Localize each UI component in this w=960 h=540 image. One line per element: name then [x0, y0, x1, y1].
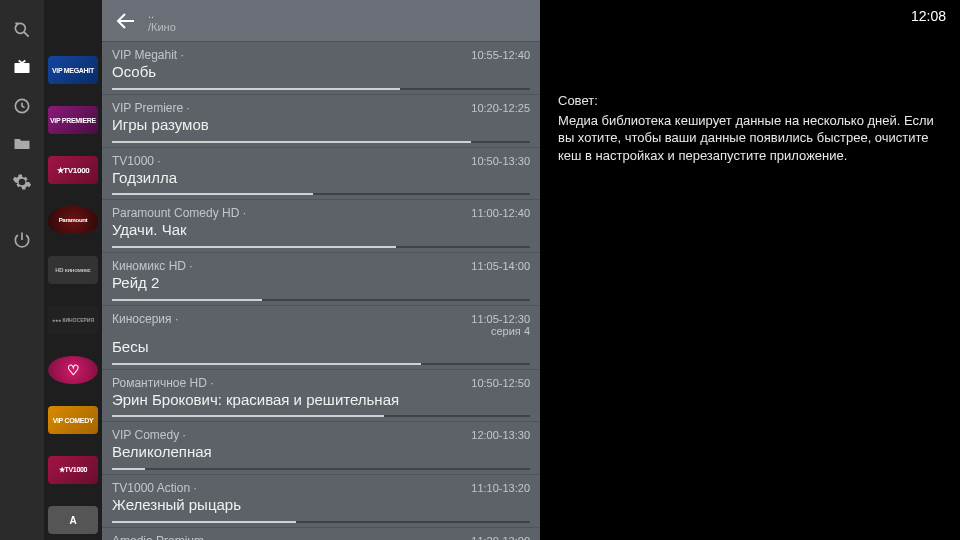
- breadcrumb: .. /Кино: [148, 8, 176, 32]
- svg-rect-4: [15, 63, 30, 73]
- settings-icon[interactable]: [10, 170, 34, 194]
- progress-track: [112, 246, 530, 248]
- progress-track: [112, 468, 530, 470]
- list-item[interactable]: Романтичное HD ·10:50-12:50Эрин Брокович…: [102, 370, 540, 423]
- program-time: 11:10-13:20: [471, 482, 530, 494]
- app-root: ViP MEGAHITViP PREMIERE★TV1000ParamountH…: [0, 0, 960, 540]
- channel-logo[interactable]: ★TV1000: [48, 456, 98, 484]
- list-item[interactable]: VIP Premiere ·10:20-12:25Игры разумов: [102, 95, 540, 148]
- history-icon[interactable]: [10, 94, 34, 118]
- list-item[interactable]: Amedia Premium ·11:20-13:00Колесо чудес: [102, 528, 540, 540]
- channel-name: VIP Megahit ·: [112, 48, 184, 62]
- tip-label: Совет:: [558, 92, 938, 110]
- progress-fill: [112, 363, 421, 365]
- folder-icon[interactable]: [10, 132, 34, 156]
- channel-rows: VIP Megahit ·10:55-12:40ОсобьVIP Premier…: [102, 42, 540, 540]
- detail-panel: 12:08 Совет: Медиа библиотека кеширует д…: [540, 0, 960, 540]
- sidebar: [0, 0, 44, 540]
- tip-box: Совет: Медиа библиотека кеширует данные …: [558, 92, 938, 164]
- search-icon[interactable]: [10, 18, 34, 42]
- list-item[interactable]: Киносерия ·11:05-12:30 серия 4Бесы: [102, 306, 540, 370]
- channel-name: VIP Premiere ·: [112, 101, 190, 115]
- channel-name: Киномикс HD ·: [112, 259, 193, 273]
- channel-name: Киносерия ·: [112, 312, 178, 326]
- channel-logo[interactable]: ViP MEGAHIT: [48, 56, 98, 84]
- list-item[interactable]: VIP Megahit ·10:55-12:40Особь: [102, 42, 540, 95]
- breadcrumb-path: /Кино: [148, 21, 176, 33]
- channel-logo[interactable]: ●●● КИНОСЕРИЯ: [48, 306, 98, 334]
- program-time: 10:55-12:40: [471, 49, 530, 61]
- program-time: 11:05-14:00: [471, 260, 530, 272]
- program-title: Игры разумов: [112, 116, 530, 135]
- back-arrow-icon[interactable]: [114, 9, 138, 33]
- tv-icon[interactable]: [10, 56, 34, 80]
- list-item[interactable]: Киномикс HD ·11:05-14:00Рейд 2: [102, 253, 540, 306]
- channel-logo[interactable]: HD киномикс: [48, 256, 98, 284]
- progress-fill: [112, 468, 145, 470]
- program-title: Железный рыцарь: [112, 496, 530, 515]
- progress-track: [112, 363, 530, 365]
- program-time: 11:00-12:40: [471, 207, 530, 219]
- list-item[interactable]: VIP Comedy ·12:00-13:30Великолепная: [102, 422, 540, 475]
- program-time: 10:50-12:50: [471, 377, 530, 389]
- svg-line-1: [24, 32, 29, 37]
- list-item[interactable]: Paramount Comedy HD ·11:00-12:40Удачи. Ч…: [102, 200, 540, 253]
- progress-track: [112, 299, 530, 301]
- channel-logo[interactable]: A: [48, 506, 98, 534]
- channel-logo[interactable]: Paramount: [48, 206, 98, 234]
- channel-logo[interactable]: ★TV1000: [48, 156, 98, 184]
- tip-body: Медиа библиотека кеширует данные на неск…: [558, 112, 938, 165]
- power-icon[interactable]: [10, 228, 34, 252]
- program-title: Великолепная: [112, 443, 530, 462]
- program-time: 10:20-12:25: [471, 102, 530, 114]
- progress-fill: [112, 415, 384, 417]
- progress-fill: [112, 521, 296, 523]
- progress-track: [112, 141, 530, 143]
- channel-logo-column: ViP MEGAHITViP PREMIERE★TV1000ParamountH…: [44, 0, 102, 540]
- svg-point-0: [15, 23, 25, 33]
- channel-logo[interactable]: ViP COMEDY: [48, 406, 98, 434]
- channel-list-panel: .. /Кино VIP Megahit ·10:55-12:40ОсобьVI…: [102, 0, 540, 540]
- breadcrumb-dots: ..: [148, 8, 176, 20]
- channel-logo[interactable]: ♡: [48, 356, 98, 384]
- progress-fill: [112, 299, 262, 301]
- program-title: Эрин Брокович: красивая и решительная: [112, 391, 530, 410]
- channel-name: VIP Comedy ·: [112, 428, 186, 442]
- list-item[interactable]: TV1000 Action ·11:10-13:20Железный рыцар…: [102, 475, 540, 528]
- program-time: 12:00-13:30: [471, 429, 530, 441]
- progress-track: [112, 521, 530, 523]
- progress-track: [112, 415, 530, 417]
- channel-name: Романтичное HD ·: [112, 376, 213, 390]
- program-time: 11:20-13:00: [471, 535, 530, 540]
- list-item[interactable]: TV1000 ·10:50-13:30Годзилла: [102, 148, 540, 201]
- program-title: Особь: [112, 63, 530, 82]
- program-title: Рейд 2: [112, 274, 530, 293]
- progress-fill: [112, 141, 471, 143]
- program-title: Удачи. Чак: [112, 221, 530, 240]
- progress-fill: [112, 246, 396, 248]
- clock: 12:08: [911, 8, 946, 24]
- progress-track: [112, 88, 530, 90]
- list-header[interactable]: .. /Кино: [102, 0, 540, 42]
- program-title: Годзилла: [112, 169, 530, 188]
- channel-name: Amedia Premium ·: [112, 534, 211, 540]
- channel-name: TV1000 Action ·: [112, 481, 197, 495]
- program-time: 10:50-13:30: [471, 155, 530, 167]
- channel-name: TV1000 ·: [112, 154, 161, 168]
- progress-fill: [112, 193, 313, 195]
- program-time: 11:05-12:30 серия 4: [471, 313, 530, 337]
- progress-fill: [112, 88, 400, 90]
- channel-logo[interactable]: ViP PREMIERE: [48, 106, 98, 134]
- progress-track: [112, 193, 530, 195]
- program-title: Бесы: [112, 338, 530, 357]
- channel-name: Paramount Comedy HD ·: [112, 206, 246, 220]
